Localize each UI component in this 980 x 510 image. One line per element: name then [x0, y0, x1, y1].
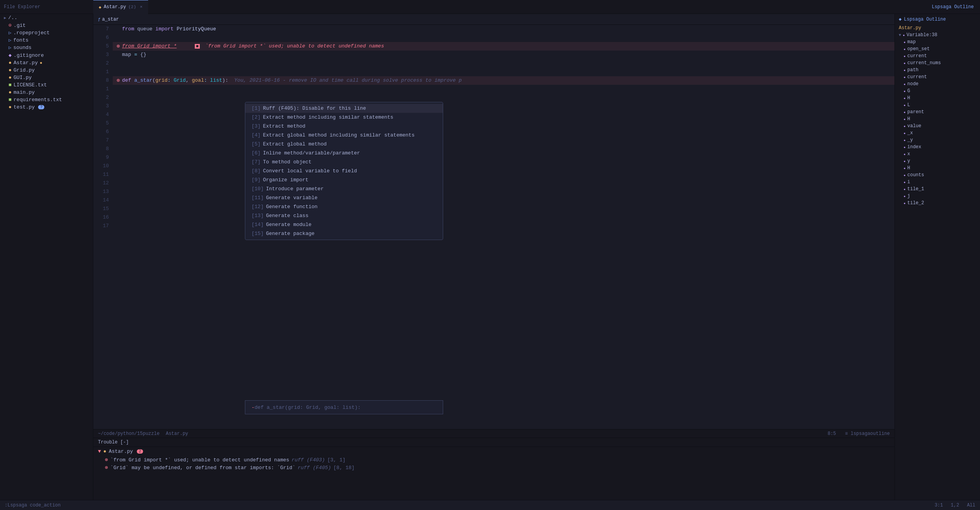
sidebar-item-main[interactable]: ● main.py	[0, 89, 93, 96]
popup-item-6[interactable]: [6] Inline method/variable/parameter	[245, 149, 443, 158]
outline-item-current_nums[interactable]: ⬥ current_nums	[895, 60, 980, 67]
folder-icon: ▷	[9, 30, 11, 36]
popup-item-11[interactable]: [11] Generate variable	[245, 193, 443, 202]
outline-item-value[interactable]: ⬥ value	[895, 123, 980, 130]
editor-path: ~/code/python/15puzzle	[98, 431, 159, 436]
code-action-popup[interactable]: [1] Ruff (F405): Disable for this line […	[245, 102, 443, 240]
popup-item-14[interactable]: [14] Generate module	[245, 220, 443, 229]
code-line	[113, 153, 894, 162]
sidebar-item-astar[interactable]: ● Astar.py ●	[0, 59, 93, 67]
outline-item-current[interactable]: ⬥ current	[895, 53, 980, 60]
outline-item-H2[interactable]: ⬥ H	[895, 116, 980, 123]
var-icon: ⬥	[903, 138, 906, 142]
sidebar-item-label: GUI.py	[14, 75, 32, 81]
outline-var-name: j	[907, 193, 910, 199]
code-line	[113, 170, 894, 179]
sidebar-item-test[interactable]: ● test.py ?	[0, 103, 93, 111]
function-name: a_star	[102, 17, 119, 22]
outline-var-name: node	[907, 81, 919, 87]
item-number: [10]	[252, 186, 264, 192]
outline-item-_x[interactable]: ⬥ _x	[895, 130, 980, 137]
var-icon: ⬥	[903, 159, 906, 163]
code-line	[113, 128, 894, 136]
outline-var-name: index	[907, 144, 921, 150]
var-icon: ⬥	[903, 194, 906, 198]
outline-section-label: Variable:38	[907, 32, 937, 38]
item-number: [5]	[252, 141, 260, 147]
problems-label: Trouble [-]	[98, 440, 129, 445]
chevron-icon: ▶	[4, 16, 6, 20]
outline-variables-section[interactable]: ▼ ⬥ Variable:38	[895, 32, 980, 39]
sidebar-item-grid[interactable]: ● Grid.py	[0, 67, 93, 74]
sidebar-item-sounds[interactable]: ▷ sounds	[0, 44, 93, 51]
tab-count: (2)	[128, 5, 136, 9]
python-file-icon: ●	[9, 75, 12, 81]
popup-item-2[interactable]: [2] Extract method including similar sta…	[245, 113, 443, 122]
outline-item-parent[interactable]: ⬥ parent	[895, 109, 980, 116]
outline-item-current2[interactable]: ⬥ current	[895, 74, 980, 81]
txt-file-icon: ■	[9, 97, 12, 103]
problem-entry-2[interactable]: ⊗ `Grid` may be undefined, or defined fr…	[93, 464, 894, 471]
outline-item-index[interactable]: ⬥ index	[895, 144, 980, 151]
outline-item-j[interactable]: ⬥ j	[895, 193, 980, 200]
outline-item-map[interactable]: ⬥ map	[895, 39, 980, 46]
code-lines[interactable]: from queue import PriorityQueue ⊗ from G…	[113, 25, 894, 429]
code-line	[113, 162, 894, 170]
popup-item-3[interactable]: [3] Extract method	[245, 122, 443, 131]
outline-item-y[interactable]: ⬥ y	[895, 158, 980, 165]
outline-item-counts[interactable]: ⬥ counts	[895, 172, 980, 179]
problems-file[interactable]: ▼ ● Astar.py 2	[93, 447, 894, 456]
chevron-down-icon: ▼	[899, 33, 901, 37]
outline-item-G[interactable]: ⬥ G	[895, 88, 980, 95]
outline-item-x[interactable]: ⬥ x	[895, 151, 980, 158]
outline-var-name: tile_2	[907, 200, 924, 206]
outline-item-H3[interactable]: ⬥ H	[895, 165, 980, 172]
sidebar-item-ropeproject[interactable]: ▷ .ropeproject	[0, 29, 93, 37]
sidebar-item-root[interactable]: ▶ /..	[0, 14, 93, 21]
popup-item-13[interactable]: [13] Generate class	[245, 211, 443, 220]
var-icon: ⬥	[903, 61, 906, 65]
code-line	[113, 33, 894, 42]
popup-item-9[interactable]: [9] Organize import	[245, 175, 443, 184]
tab-close-button[interactable]: ×	[140, 5, 143, 9]
code-line	[113, 93, 894, 102]
sidebar-item-gui[interactable]: ● GUI.py	[0, 74, 93, 81]
outline-item-H[interactable]: ⬥ H	[895, 95, 980, 102]
active-tab[interactable]: ◆ Astar.py (2) ×	[93, 0, 148, 14]
item-label: Generate module	[266, 222, 311, 228]
sidebar-item-label: main.py	[14, 89, 35, 95]
code-line-error: ⊗ def a_star(grid: Grid, goal: list): Yo…	[113, 76, 894, 85]
popup-item-7[interactable]: [7] To method object	[245, 158, 443, 166]
problem-entry-1[interactable]: ⊗ `from Grid import *` used; unable to d…	[93, 456, 894, 464]
outline-item-open_set[interactable]: ⬥ open_set	[895, 46, 980, 53]
sidebar-item-fonts[interactable]: ▷ fonts	[0, 37, 93, 44]
outline-item-_y[interactable]: ⬥ _y	[895, 137, 980, 144]
item-number: [4]	[252, 132, 260, 138]
sidebar-item-requirements[interactable]: ■ requirements.txt	[0, 96, 93, 103]
popup-item-5[interactable]: [5] Extract global method	[245, 140, 443, 149]
sidebar-item-git[interactable]: ⊙ .git	[0, 21, 93, 29]
problem-filename: Astar.py	[109, 449, 133, 454]
outline-panel: ◆ Lspsaga Outline Astar.py ▼ ⬥ Variable:…	[894, 14, 980, 500]
var-icon: ⬥	[903, 96, 906, 100]
outline-item-node[interactable]: ⬥ node	[895, 81, 980, 88]
outline-panel-label: Lspsaga Outline	[932, 4, 974, 10]
outline-item-L[interactable]: ⬥ L	[895, 102, 980, 109]
sidebar-item-gitignore[interactable]: ◆ .gitignore	[0, 51, 93, 59]
popup-item-1[interactable]: [1] Ruff (F405): Disable for this line	[245, 104, 443, 113]
popup-item-10[interactable]: [10] Introduce parameter	[245, 184, 443, 193]
code-line-error: ⊗ from Grid import * ■ `from Grid import…	[113, 42, 894, 51]
outline-item-i[interactable]: ⬥ i	[895, 179, 980, 186]
popup-item-8[interactable]: [8] Convert local variable to field	[245, 166, 443, 175]
popup-item-15[interactable]: [15] Generate package	[245, 229, 443, 238]
outline-item-tile_2[interactable]: ⬥ tile_2	[895, 200, 980, 207]
editor-file: Astar.py	[166, 431, 188, 436]
python-file-icon: ●	[9, 67, 12, 73]
var-icon: ⬥	[903, 68, 906, 72]
popup-item-4[interactable]: [4] Extract global method including simi…	[245, 131, 443, 140]
outline-item-tile_1[interactable]: ⬥ tile_1	[895, 186, 980, 193]
sidebar-item-license[interactable]: ■ LICENSE.txt	[0, 81, 93, 89]
outline-item-path[interactable]: ⬥ path	[895, 67, 980, 74]
item-number: [7]	[252, 159, 260, 165]
popup-item-12[interactable]: [12] Generate function	[245, 202, 443, 211]
